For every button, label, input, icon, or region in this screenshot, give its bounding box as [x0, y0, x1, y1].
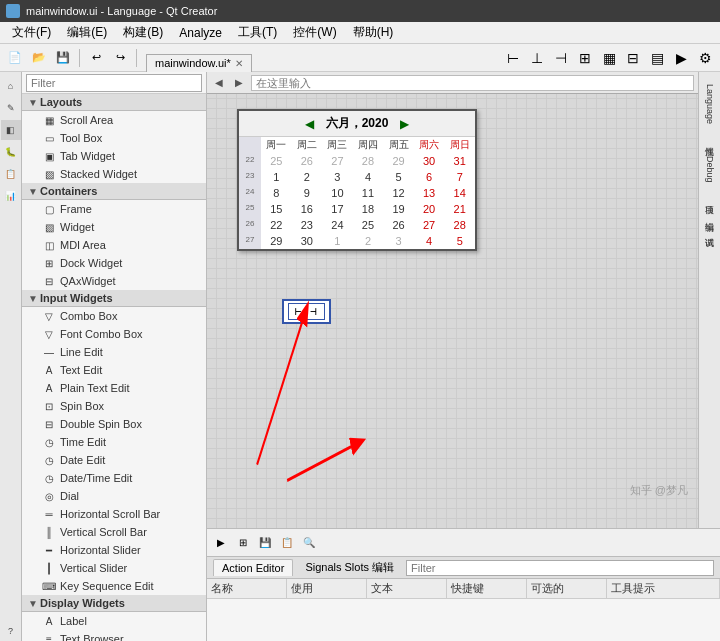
cal-day-row2-1[interactable]: 9	[292, 185, 323, 201]
cal-day-row3-4[interactable]: 19	[383, 201, 414, 217]
widget-datetime-edit[interactable]: ◷ Date/Time Edit	[22, 469, 206, 487]
address-input[interactable]	[251, 75, 694, 91]
bottom-btn-4[interactable]: 📋	[277, 533, 297, 553]
cal-day-row5-2[interactable]: 1	[322, 233, 353, 249]
widget-text-browser[interactable]: ≡ Text Browser	[22, 630, 206, 641]
right-label-properties[interactable]: 属性	[701, 132, 718, 148]
cal-day-row1-4[interactable]: 5	[383, 169, 414, 185]
left-icon-debug[interactable]: 🐛	[1, 142, 21, 162]
form-btn[interactable]: ▦	[598, 47, 620, 69]
widget-tab-widget[interactable]: ▣ Tab Widget	[22, 147, 206, 165]
cal-day-row0-4[interactable]: 29	[383, 153, 414, 169]
category-input-widgets[interactable]: ▼ Input Widgets	[22, 290, 206, 307]
canvas-forward-btn[interactable]: ▶	[231, 75, 247, 90]
new-button[interactable]: 📄	[4, 47, 26, 69]
widget-h-scroll-bar[interactable]: ═ Horizontal Scroll Bar	[22, 505, 206, 523]
widget-mdi-area[interactable]: ◫ MDI Area	[22, 236, 206, 254]
widget-time-edit[interactable]: ◷ Time Edit	[22, 433, 206, 451]
cal-day-row4-5[interactable]: 27	[414, 217, 445, 233]
cal-day-row3-3[interactable]: 18	[353, 201, 384, 217]
widget-v-scroll-bar[interactable]: ║ Vertical Scroll Bar	[22, 523, 206, 541]
cal-day-row3-2[interactable]: 17	[322, 201, 353, 217]
open-button[interactable]: 📂	[28, 47, 50, 69]
cal-day-row1-2[interactable]: 3	[322, 169, 353, 185]
date-edit-canvas[interactable]: ⊢|⊣	[282, 299, 331, 324]
cal-day-row2-6[interactable]: 14	[444, 185, 475, 201]
widget-v-slider[interactable]: ┃ Vertical Slider	[22, 559, 206, 577]
cal-day-row0-5[interactable]: 30	[414, 153, 445, 169]
settings-btn[interactable]: ⚙	[694, 47, 716, 69]
break-btn[interactable]: ⊟	[622, 47, 644, 69]
undo-button[interactable]: ↩	[85, 47, 107, 69]
cal-day-row5-6[interactable]: 5	[444, 233, 475, 249]
category-display-widgets[interactable]: ▼ Display Widgets	[22, 595, 206, 612]
cal-day-row0-2[interactable]: 27	[322, 153, 353, 169]
cal-day-row5-4[interactable]: 3	[383, 233, 414, 249]
align-center-btn[interactable]: ⊥	[526, 47, 548, 69]
bottom-btn-1[interactable]: ▶	[211, 533, 231, 553]
widget-h-slider[interactable]: ━ Horizontal Slider	[22, 541, 206, 559]
props-filter-input[interactable]	[406, 560, 714, 576]
filter-input[interactable]	[26, 74, 202, 92]
calendar-next-btn[interactable]: ▶	[396, 116, 412, 132]
widget-qax-widget[interactable]: ⊟ QAxWidget	[22, 272, 206, 290]
widget-stacked-widget[interactable]: ▨ Stacked Widget	[22, 165, 206, 183]
right-label-debug2[interactable]: 调试	[701, 223, 718, 239]
widget-date-edit[interactable]: ◷ Date Edit	[22, 451, 206, 469]
menu-edit[interactable]: 编辑(E)	[59, 22, 115, 43]
category-layouts[interactable]: ▼ Layouts	[22, 94, 206, 111]
widget-plain-text-edit[interactable]: A Plain Text Edit	[22, 379, 206, 397]
right-label-language[interactable]: Language	[703, 76, 717, 132]
left-icon-analyze[interactable]: 📊	[1, 186, 21, 206]
widget-key-seq-edit[interactable]: ⌨ Key Sequence Edit	[22, 577, 206, 595]
more-btn[interactable]: ▤	[646, 47, 668, 69]
left-icon-welcome[interactable]: ⌂	[1, 76, 21, 96]
left-icon-help[interactable]: ?	[1, 621, 21, 641]
widget-dial[interactable]: ◎ Dial	[22, 487, 206, 505]
widget-scroll-area[interactable]: ▦ Scroll Area	[22, 111, 206, 129]
widget-tool-box[interactable]: ▭ Tool Box	[22, 129, 206, 147]
right-label-projects[interactable]: 项目	[701, 191, 718, 207]
cal-day-row2-2[interactable]: 10	[322, 185, 353, 201]
align-left-btn[interactable]: ⊢	[502, 47, 524, 69]
menu-build[interactable]: 构建(B)	[115, 22, 171, 43]
calendar-prev-btn[interactable]: ◀	[302, 116, 318, 132]
cal-day-row4-1[interactable]: 23	[292, 217, 323, 233]
cal-day-row5-1[interactable]: 30	[292, 233, 323, 249]
widget-font-combo-box[interactable]: ▽ Font Combo Box	[22, 325, 206, 343]
menu-widgets[interactable]: 控件(W)	[285, 22, 344, 43]
cal-day-row4-6[interactable]: 28	[444, 217, 475, 233]
cal-day-row5-0[interactable]: 29	[261, 233, 292, 249]
cal-day-row4-2[interactable]: 24	[322, 217, 353, 233]
menu-help[interactable]: 帮助(H)	[345, 22, 402, 43]
preview-btn[interactable]: ▶	[670, 47, 692, 69]
right-label-edit[interactable]: 编辑	[701, 207, 718, 223]
menu-tools[interactable]: 工具(T)	[230, 22, 285, 43]
tab-close-icon[interactable]: ✕	[235, 58, 243, 69]
right-label-debug[interactable]: Debug	[703, 148, 717, 191]
save-button[interactable]: 💾	[52, 47, 74, 69]
left-icon-design[interactable]: ◧	[1, 120, 21, 140]
redo-button[interactable]: ↪	[109, 47, 131, 69]
cal-day-row4-4[interactable]: 26	[383, 217, 414, 233]
bottom-btn-2[interactable]: ⊞	[233, 533, 253, 553]
cal-day-row1-0[interactable]: 1	[261, 169, 292, 185]
bottom-btn-3[interactable]: 💾	[255, 533, 275, 553]
cal-day-row2-5[interactable]: 13	[414, 185, 445, 201]
cal-day-row0-1[interactable]: 26	[292, 153, 323, 169]
menu-analyze[interactable]: Analyze	[171, 24, 230, 42]
bottom-btn-5[interactable]: 🔍	[299, 533, 319, 553]
widget-frame[interactable]: ▢ Frame	[22, 200, 206, 218]
cal-day-row5-3[interactable]: 2	[353, 233, 384, 249]
cal-day-row1-6[interactable]: 7	[444, 169, 475, 185]
props-tab-signals-slots[interactable]: Signals Slots 编辑	[297, 558, 402, 577]
widget-text-edit[interactable]: A Text Edit	[22, 361, 206, 379]
left-icon-edit[interactable]: ✎	[1, 98, 21, 118]
cal-day-row3-0[interactable]: 15	[261, 201, 292, 217]
design-tab[interactable]: mainwindow.ui* ✕	[146, 54, 252, 72]
menu-file[interactable]: 文件(F)	[4, 22, 59, 43]
cal-day-row4-3[interactable]: 25	[353, 217, 384, 233]
cal-day-row0-3[interactable]: 28	[353, 153, 384, 169]
left-icon-projects[interactable]: 📋	[1, 164, 21, 184]
cal-day-row3-6[interactable]: 21	[444, 201, 475, 217]
